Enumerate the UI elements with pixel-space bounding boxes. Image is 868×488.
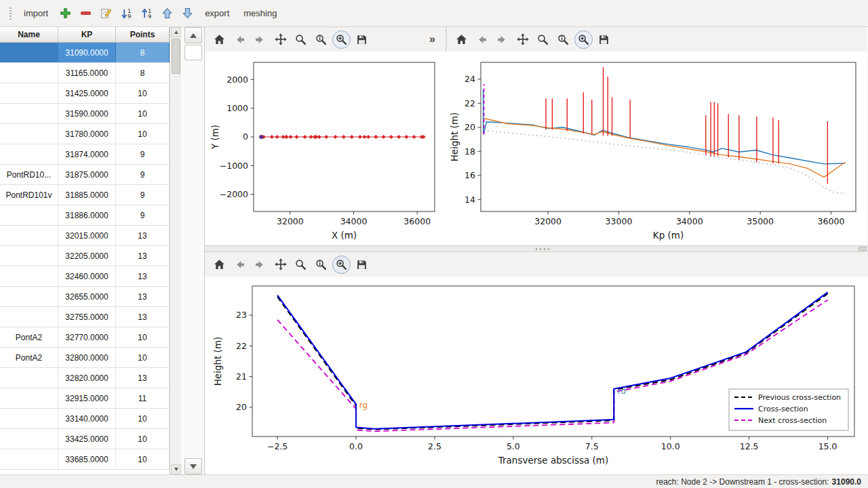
cell-name[interactable] [0, 205, 58, 225]
cell-name[interactable] [0, 307, 58, 327]
longitudinal-profile-chart[interactable]: 3200033000340003500036000141618202224Kp … [447, 52, 867, 245]
table-row[interactable]: 31165.00008 [0, 63, 170, 83]
save-icon[interactable] [353, 256, 371, 274]
save-icon[interactable] [353, 30, 371, 49]
horizontal-splitter[interactable] [205, 245, 868, 252]
cell-points[interactable]: 10 [116, 429, 170, 449]
cell-kp[interactable]: 33425.0000 [58, 429, 116, 449]
back-icon[interactable] [231, 30, 249, 49]
cell-points[interactable]: 13 [116, 266, 170, 286]
cell-name[interactable] [0, 144, 58, 164]
table-row[interactable]: 33425.000010 [0, 429, 170, 449]
pan-icon[interactable] [271, 256, 290, 274]
toolbar-overflow-icon[interactable]: » [426, 33, 439, 45]
column-header-kp[interactable]: KP [58, 27, 116, 42]
forward-icon[interactable] [251, 30, 269, 49]
cell-name[interactable] [0, 63, 58, 83]
cell-kp[interactable]: 31165.0000 [58, 63, 116, 83]
cell-kp[interactable]: 31425.0000 [58, 83, 116, 103]
column-header-name[interactable]: Name [0, 27, 58, 42]
zoom-icon[interactable] [292, 30, 310, 49]
cell-points[interactable]: 10 [116, 124, 170, 144]
cell-name[interactable] [0, 409, 58, 428]
menu-meshing[interactable]: meshing [237, 5, 283, 22]
cell-kp[interactable]: 32770.0000 [58, 327, 116, 347]
move-up-icon[interactable] [158, 4, 176, 22]
cell-points[interactable]: 8 [116, 63, 170, 83]
cell-kp[interactable]: 32800.0000 [58, 348, 116, 367]
cell-kp[interactable]: 32460.0000 [58, 266, 116, 286]
cell-name[interactable] [0, 83, 58, 103]
save-icon[interactable] [595, 30, 613, 49]
cell-kp[interactable]: 32205.0000 [58, 246, 116, 266]
inspect-icon[interactable] [554, 30, 572, 49]
cell-points[interactable]: 13 [116, 368, 170, 388]
cell-points[interactable]: 13 [116, 287, 170, 306]
table-row[interactable]: 32915.000011 [0, 388, 170, 409]
table-row[interactable]: 32755.000013 [0, 307, 170, 327]
table-row[interactable]: 31780.000010 [0, 124, 170, 144]
cell-points[interactable]: 10 [116, 449, 170, 469]
table-row[interactable]: 31090.00008 [0, 43, 170, 63]
zoom-rect-icon[interactable] [574, 30, 593, 49]
table-row[interactable]: 31425.000010 [0, 83, 170, 104]
cell-name[interactable]: PontRD101v [0, 185, 58, 205]
zoom-icon[interactable] [292, 256, 310, 274]
table-row[interactable]: PontRD101v31885.00009 [0, 185, 170, 205]
inspect-icon[interactable] [312, 256, 330, 274]
cell-name[interactable] [0, 246, 58, 266]
cell-kp[interactable]: 31874.0000 [58, 144, 116, 164]
cell-kp[interactable]: 31090.0000 [58, 43, 116, 62]
cell-kp[interactable]: 31780.0000 [58, 124, 116, 144]
cell-points[interactable]: 10 [116, 409, 170, 428]
table-row[interactable]: PontA232770.000010 [0, 327, 170, 348]
cell-name[interactable] [0, 368, 58, 388]
table-row[interactable]: 32205.000013 [0, 246, 170, 266]
cell-points[interactable]: 13 [116, 246, 170, 266]
cell-kp[interactable]: 32655.0000 [58, 287, 116, 306]
cell-points[interactable]: 13 [116, 226, 170, 245]
cell-kp[interactable]: 32755.0000 [58, 307, 116, 327]
cell-name[interactable] [0, 43, 58, 62]
forward-icon[interactable] [493, 30, 511, 49]
cell-name[interactable] [0, 104, 58, 123]
cell-points[interactable]: 10 [116, 327, 170, 347]
pan-icon[interactable] [513, 30, 532, 49]
cell-points[interactable]: 9 [116, 144, 170, 164]
cell-points[interactable]: 13 [116, 307, 170, 327]
table-scrollbar[interactable] [171, 27, 181, 474]
forward-icon[interactable] [251, 256, 269, 274]
remove-icon[interactable] [77, 4, 95, 22]
toolbar-grip[interactable] [9, 6, 12, 21]
table-row[interactable]: 33685.000010 [0, 449, 170, 470]
cell-kp[interactable]: 33140.0000 [58, 409, 116, 428]
cell-name[interactable] [0, 124, 58, 144]
edit-icon[interactable] [97, 4, 115, 22]
table-scrollbar-thumb[interactable] [172, 39, 180, 74]
zoom-icon[interactable] [534, 30, 552, 49]
cell-points[interactable]: 9 [116, 165, 170, 184]
panel-scroll-up-icon[interactable] [184, 27, 202, 43]
table-row[interactable]: 32820.000013 [0, 368, 170, 388]
cell-kp[interactable]: 32915.0000 [58, 388, 116, 408]
zoom-rect-icon[interactable] [332, 256, 351, 274]
cell-name[interactable] [0, 449, 58, 469]
home-icon[interactable] [452, 30, 471, 49]
cell-name[interactable]: PontA2 [0, 327, 58, 347]
cell-points[interactable]: 10 [116, 104, 170, 123]
table-row[interactable]: 32460.000013 [0, 266, 170, 287]
panel-scroll-down-icon[interactable] [184, 458, 202, 474]
cell-name[interactable]: PontRD10... [0, 165, 58, 184]
cross-section-chart[interactable]: −2.50.02.55.07.510.012.515.020212223Tran… [205, 277, 868, 474]
cell-name[interactable] [0, 388, 58, 408]
sort-descending-icon[interactable]: 19 [117, 4, 136, 22]
cell-points[interactable]: 9 [116, 205, 170, 225]
table-row[interactable]: 31590.000010 [0, 104, 170, 124]
inspect-icon[interactable] [312, 30, 330, 49]
home-icon[interactable] [210, 30, 229, 49]
cell-name[interactable] [0, 429, 58, 449]
cell-kp[interactable]: 31886.0000 [58, 205, 116, 225]
pan-icon[interactable] [271, 30, 290, 49]
cell-kp[interactable]: 31590.0000 [58, 104, 116, 123]
move-down-icon[interactable] [178, 4, 197, 22]
